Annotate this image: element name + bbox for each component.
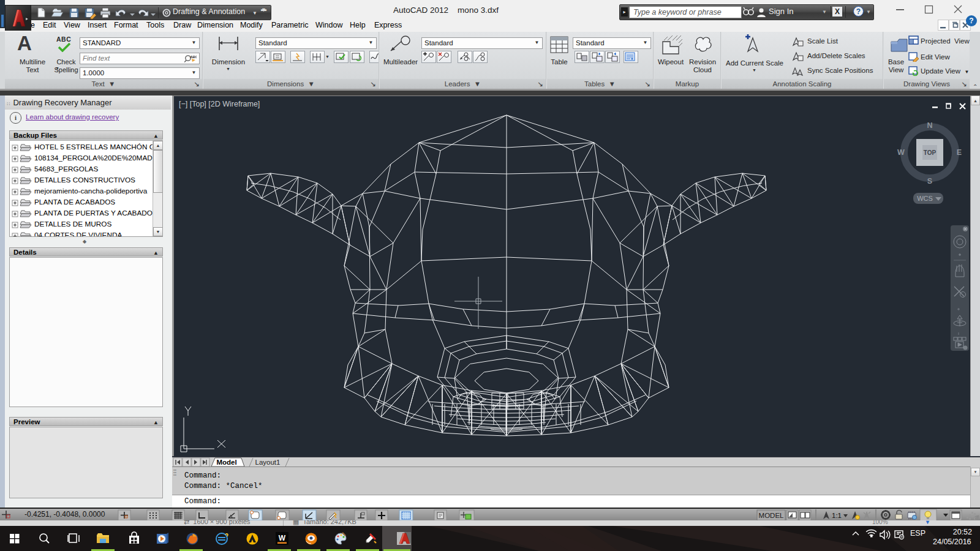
- svg-text:N: N: [927, 121, 932, 130]
- svg-text:Layout1: Layout1: [255, 459, 281, 466]
- svg-text:MODEL: MODEL: [759, 512, 785, 519]
- svg-text:W: W: [897, 148, 905, 157]
- svg-text:S: S: [927, 177, 932, 186]
- svg-text:Model: Model: [216, 459, 236, 466]
- svg-text:W: W: [279, 534, 286, 542]
- svg-text:E: E: [957, 148, 962, 157]
- svg-text:ABC: ABC: [189, 55, 197, 59]
- svg-text:1:1: 1:1: [832, 512, 842, 519]
- svg-text:TOP: TOP: [924, 149, 937, 156]
- svg-text:WCS: WCS: [917, 195, 933, 202]
